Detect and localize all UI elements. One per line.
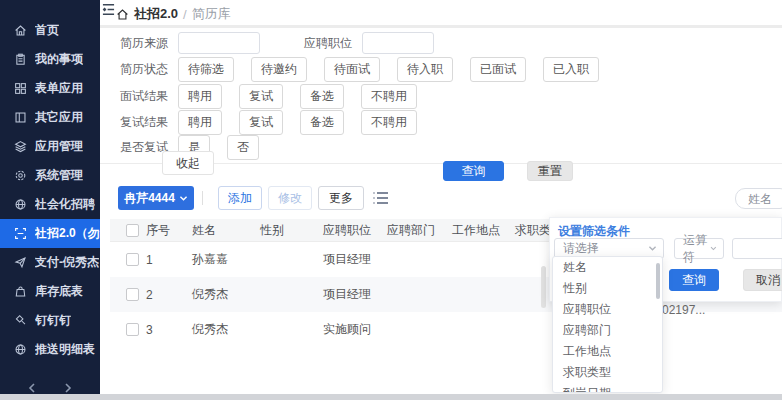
sidebar-item-other-apps[interactable]: 其它应用 xyxy=(0,103,100,132)
breadcrumb: 社招2.0 / 简历库 xyxy=(116,5,231,23)
cell-name: 倪秀杰 xyxy=(192,286,260,303)
sidebar-item-app-management[interactable]: 应用管理 xyxy=(0,132,100,161)
list-icon xyxy=(372,190,390,206)
col-header-gender: 性别 xyxy=(260,222,323,239)
sidebar-item-my-tasks[interactable]: 我的事项 xyxy=(0,45,100,74)
row-checkbox[interactable] xyxy=(126,288,139,301)
retest-result-chips: 聘用 复试 备选 不聘用 xyxy=(178,110,417,135)
cell-name: 倪秀杰 xyxy=(192,321,260,338)
cell-no: 3 xyxy=(146,323,192,337)
cell-position: 项目经理 xyxy=(323,251,387,268)
retest-chip[interactable]: 不聘用 xyxy=(361,110,417,135)
dropdown-option[interactable]: 求职类型 xyxy=(553,362,662,383)
sidebar-item-inventory[interactable]: 库存底表 xyxy=(0,277,100,306)
dropdown-scrollbar-thumb[interactable] xyxy=(656,263,660,299)
sidebar-menu: 首页 我的事项 表单应用 其它应用 应用管理 系统管理 xyxy=(0,16,100,364)
sidebar-item-home[interactable]: 首页 xyxy=(0,16,100,45)
col-header-name: 姓名 xyxy=(192,222,260,239)
sidebar-item-label: 我的事项 xyxy=(35,51,83,68)
filter-row-interview-result: 面试结果 聘用 复试 备选 不聘用 xyxy=(120,84,417,109)
status-chip[interactable]: 待筛选 xyxy=(178,57,234,82)
sidebar-item-label: 表单应用 xyxy=(35,80,83,97)
status-chip[interactable]: 已面试 xyxy=(470,57,526,82)
sidebar-item-form-apps[interactable]: 表单应用 xyxy=(0,74,100,103)
panel-cancel-button[interactable]: 取消 xyxy=(743,269,782,291)
interview-result-chips: 聘用 复试 备选 不聘用 xyxy=(178,84,417,109)
row-checkbox[interactable] xyxy=(126,253,139,266)
status-chip[interactable]: 待面试 xyxy=(324,57,380,82)
field-select-placeholder: 请选择 xyxy=(563,240,599,257)
list-view-button[interactable] xyxy=(372,190,390,206)
operator-select[interactable]: 运算符 xyxy=(674,238,724,259)
name-search-input[interactable] xyxy=(735,188,782,209)
collapse-filters-button[interactable]: 收起 xyxy=(162,151,214,175)
apply-position-input[interactable] xyxy=(362,32,434,54)
breadcrumb-page: 简历库 xyxy=(192,5,231,23)
table-scrollbar-thumb[interactable] xyxy=(541,266,546,308)
filter-row-source: 简历来源 应聘职位 xyxy=(120,32,434,54)
interview-chip[interactable]: 聘用 xyxy=(178,84,222,109)
gear-icon xyxy=(14,169,27,182)
grid-icon xyxy=(14,82,27,95)
chevron-left-icon[interactable] xyxy=(26,382,38,394)
breadcrumb-app[interactable]: 社招2.0 xyxy=(134,5,178,23)
dropdown-option[interactable]: 性别 xyxy=(553,278,662,299)
retest-chip[interactable]: 聘用 xyxy=(178,110,222,135)
user-dropdown-button[interactable]: 冉芹4444 xyxy=(118,186,194,210)
header-divider xyxy=(100,25,782,28)
table-row[interactable]: 3 倪秀杰 实施顾问 xyxy=(110,312,782,347)
field-select-dropdown: 姓名 性别 应聘职位 应聘部门 工作地点 求职类型 到岗日期 xyxy=(552,256,663,393)
sidebar-item-push-detail[interactable]: 推送明细表 xyxy=(0,335,100,364)
globe-icon xyxy=(14,343,27,356)
sidebar-item-social-recruiting[interactable]: 社会化招聘 xyxy=(0,190,100,219)
interview-chip[interactable]: 复试 xyxy=(239,84,283,109)
hammer-icon xyxy=(14,314,27,327)
retest-chip[interactable]: 复试 xyxy=(239,110,283,135)
query-button[interactable]: 查询 xyxy=(443,161,504,181)
resume-source-input[interactable] xyxy=(178,32,260,54)
sidebar-item-system-management[interactable]: 系统管理 xyxy=(0,161,100,190)
select-all-checkbox[interactable] xyxy=(126,224,139,237)
sidebar-collapse-button[interactable] xyxy=(101,2,117,16)
filter-row-retest-result: 复试结果 聘用 复试 备选 不聘用 xyxy=(120,110,417,135)
add-button[interactable]: 添加 xyxy=(218,186,262,210)
retest-chip[interactable]: 备选 xyxy=(300,110,344,135)
app-window: 首页 我的事项 表单应用 其它应用 应用管理 系统管理 xyxy=(0,0,782,400)
home-icon xyxy=(14,24,27,37)
bottom-edge-strip xyxy=(0,394,782,400)
dropdown-option[interactable]: 工作地点 xyxy=(553,341,662,362)
dropdown-option[interactable]: 应聘职位 xyxy=(553,299,662,320)
dropdown-option[interactable]: 姓名 xyxy=(553,257,662,278)
status-chip[interactable]: 待邀约 xyxy=(251,57,307,82)
chevron-right-icon[interactable] xyxy=(62,382,74,394)
home-icon xyxy=(116,8,129,21)
col-header-dept: 应聘部门 xyxy=(387,222,452,239)
sidebar-item-label: 钉钉钉 xyxy=(35,312,71,329)
send-icon xyxy=(14,256,27,269)
interview-chip[interactable]: 备选 xyxy=(300,84,344,109)
no-chip[interactable]: 否 xyxy=(227,135,259,160)
dropdown-option[interactable]: 应聘部门 xyxy=(553,320,662,341)
dropdown-option[interactable]: 到岗日期 xyxy=(553,383,662,393)
sidebar: 首页 我的事项 表单应用 其它应用 应用管理 系统管理 xyxy=(0,0,100,400)
edit-button[interactable]: 修改 xyxy=(268,186,312,210)
sidebar-item-shezhao2-active[interactable]: 社招2.0（勿动） xyxy=(0,219,100,248)
row-checkbox[interactable] xyxy=(126,323,139,336)
interview-chip[interactable]: 不聘用 xyxy=(361,84,417,109)
status-chip[interactable]: 待入职 xyxy=(397,57,453,82)
condition-value-input[interactable] xyxy=(732,238,782,259)
truncated-cell-text: 02197... xyxy=(662,303,705,317)
bag-icon xyxy=(14,285,27,298)
sidebar-item-label: 库存底表 xyxy=(35,283,83,300)
resume-source-label: 简历来源 xyxy=(120,35,168,52)
col-header-position: 应聘职位 xyxy=(323,222,387,239)
sidebar-item-label: 支付-倪秀杰 xyxy=(35,254,99,271)
more-button[interactable]: 更多 xyxy=(318,186,364,210)
status-chip[interactable]: 已入职 xyxy=(543,57,599,82)
sidebar-item-payment[interactable]: 支付-倪秀杰 xyxy=(0,248,100,277)
reset-button[interactable]: 重置 xyxy=(527,161,573,181)
sidebar-item-dingding[interactable]: 钉钉钉 xyxy=(0,306,100,335)
sidebar-item-label: 系统管理 xyxy=(35,167,83,184)
panel-query-button[interactable]: 查询 xyxy=(669,269,719,291)
apply-position-label: 应聘职位 xyxy=(304,35,352,52)
